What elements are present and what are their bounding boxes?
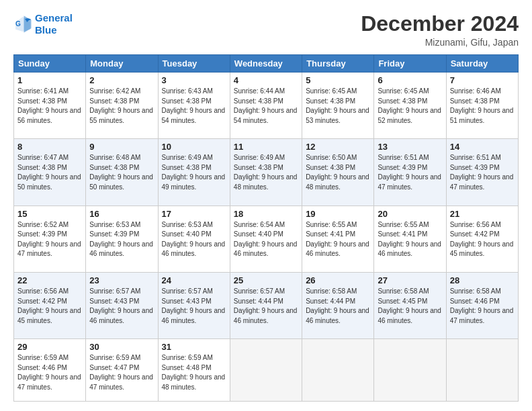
calendar-day-cell: 6Sunrise: 6:45 AMSunset: 4:38 PMDaylight…: [374, 73, 446, 139]
day-info: Sunrise: 6:41 AMSunset: 4:38 PMDaylight:…: [17, 87, 82, 126]
day-number: 10: [162, 142, 226, 152]
calendar-day-cell: [230, 339, 302, 402]
day-info: Sunrise: 6:55 AMSunset: 4:41 PMDaylight:…: [306, 220, 370, 259]
day-number: 14: [450, 142, 515, 152]
day-info: Sunrise: 6:54 AMSunset: 4:40 PMDaylight:…: [234, 220, 298, 259]
day-number: 3: [162, 75, 226, 85]
day-info: Sunrise: 6:55 AMSunset: 4:41 PMDaylight:…: [378, 220, 442, 259]
day-info: Sunrise: 6:44 AMSunset: 4:38 PMDaylight:…: [234, 87, 298, 126]
day-number: 5: [306, 75, 370, 85]
month-title: December 2024: [361, 12, 519, 36]
calendar-day-cell: 18Sunrise: 6:54 AMSunset: 4:40 PMDayligh…: [230, 205, 302, 272]
day-info: Sunrise: 6:58 AMSunset: 4:46 PMDaylight:…: [450, 287, 515, 326]
calendar-day-cell: 2Sunrise: 6:42 AMSunset: 4:38 PMDaylight…: [86, 73, 158, 139]
day-info: Sunrise: 6:56 AMSunset: 4:42 PMDaylight:…: [17, 287, 82, 326]
calendar-day-cell: 5Sunrise: 6:45 AMSunset: 4:38 PMDaylight…: [302, 73, 374, 139]
day-number: 30: [89, 342, 154, 352]
day-number: 13: [378, 142, 442, 152]
calendar-day-cell: 4Sunrise: 6:44 AMSunset: 4:38 PMDaylight…: [230, 73, 302, 139]
day-number: 28: [450, 275, 515, 285]
day-number: 21: [450, 209, 515, 219]
day-info: Sunrise: 6:46 AMSunset: 4:38 PMDaylight:…: [450, 87, 515, 126]
day-info: Sunrise: 6:57 AMSunset: 4:43 PMDaylight:…: [89, 287, 154, 326]
svg-text:G: G: [15, 20, 21, 28]
day-info: Sunrise: 6:56 AMSunset: 4:42 PMDaylight:…: [450, 220, 515, 259]
calendar-header-row: SundayMondayTuesdayWednesdayThursdayFrid…: [14, 55, 519, 73]
calendar-day-cell: [302, 339, 374, 402]
day-info: Sunrise: 6:49 AMSunset: 4:38 PMDaylight:…: [162, 153, 226, 192]
day-info: Sunrise: 6:59 AMSunset: 4:48 PMDaylight:…: [162, 353, 226, 392]
calendar-day-cell: 23Sunrise: 6:57 AMSunset: 4:43 PMDayligh…: [86, 273, 158, 339]
logo: G General Blue: [13, 12, 73, 36]
day-info: Sunrise: 6:49 AMSunset: 4:38 PMDaylight:…: [234, 153, 298, 192]
calendar-day-cell: 9Sunrise: 6:48 AMSunset: 4:38 PMDaylight…: [86, 139, 158, 205]
day-info: Sunrise: 6:57 AMSunset: 4:44 PMDaylight:…: [234, 287, 298, 326]
weekday-header-saturday: Saturday: [446, 55, 518, 73]
day-info: Sunrise: 6:59 AMSunset: 4:46 PMDaylight:…: [17, 353, 82, 392]
day-number: 19: [306, 209, 370, 219]
day-number: 16: [89, 209, 154, 219]
day-number: 11: [234, 142, 298, 152]
day-number: 12: [306, 142, 370, 152]
logo-icon: G: [13, 15, 32, 34]
calendar-day-cell: 20Sunrise: 6:55 AMSunset: 4:41 PMDayligh…: [374, 205, 446, 272]
day-info: Sunrise: 6:50 AMSunset: 4:38 PMDaylight:…: [306, 153, 370, 192]
calendar-day-cell: 31Sunrise: 6:59 AMSunset: 4:48 PMDayligh…: [158, 339, 230, 402]
calendar-day-cell: 14Sunrise: 6:51 AMSunset: 4:39 PMDayligh…: [446, 139, 518, 205]
day-number: 4: [234, 75, 298, 85]
calendar-day-cell: [446, 339, 518, 402]
calendar-week-row: 22Sunrise: 6:56 AMSunset: 4:42 PMDayligh…: [14, 273, 519, 339]
calendar-day-cell: 13Sunrise: 6:51 AMSunset: 4:39 PMDayligh…: [374, 139, 446, 205]
day-number: 24: [162, 275, 226, 285]
calendar-day-cell: 8Sunrise: 6:47 AMSunset: 4:38 PMDaylight…: [14, 139, 86, 205]
calendar-day-cell: 17Sunrise: 6:53 AMSunset: 4:40 PMDayligh…: [158, 205, 230, 272]
day-number: 25: [234, 275, 298, 285]
weekday-header-sunday: Sunday: [14, 55, 86, 73]
weekday-header-tuesday: Tuesday: [158, 55, 230, 73]
calendar-day-cell: [374, 339, 446, 402]
calendar-day-cell: 11Sunrise: 6:49 AMSunset: 4:38 PMDayligh…: [230, 139, 302, 205]
calendar-week-row: 15Sunrise: 6:52 AMSunset: 4:39 PMDayligh…: [14, 205, 519, 272]
day-info: Sunrise: 6:52 AMSunset: 4:39 PMDaylight:…: [17, 220, 82, 259]
day-number: 26: [306, 275, 370, 285]
day-number: 6: [378, 75, 442, 85]
header: G General Blue December 2024 Mizunami, G…: [13, 12, 519, 48]
calendar-day-cell: 21Sunrise: 6:56 AMSunset: 4:42 PMDayligh…: [446, 205, 518, 272]
day-number: 18: [234, 209, 298, 219]
calendar-day-cell: 30Sunrise: 6:59 AMSunset: 4:47 PMDayligh…: [86, 339, 158, 402]
calendar-day-cell: 10Sunrise: 6:49 AMSunset: 4:38 PMDayligh…: [158, 139, 230, 205]
logo-line2: Blue: [35, 24, 57, 36]
calendar-day-cell: 1Sunrise: 6:41 AMSunset: 4:38 PMDaylight…: [14, 73, 86, 139]
location: Mizunami, Gifu, Japan: [361, 37, 519, 48]
calendar-week-row: 1Sunrise: 6:41 AMSunset: 4:38 PMDaylight…: [14, 73, 519, 139]
day-info: Sunrise: 6:58 AMSunset: 4:44 PMDaylight:…: [306, 287, 370, 326]
calendar-day-cell: 19Sunrise: 6:55 AMSunset: 4:41 PMDayligh…: [302, 205, 374, 272]
calendar-week-row: 8Sunrise: 6:47 AMSunset: 4:38 PMDaylight…: [14, 139, 519, 205]
day-info: Sunrise: 6:53 AMSunset: 4:39 PMDaylight:…: [89, 220, 154, 259]
day-info: Sunrise: 6:51 AMSunset: 4:39 PMDaylight:…: [450, 153, 515, 192]
day-info: Sunrise: 6:53 AMSunset: 4:40 PMDaylight:…: [162, 220, 226, 259]
day-number: 27: [378, 275, 442, 285]
weekday-header-monday: Monday: [86, 55, 158, 73]
day-number: 23: [89, 275, 154, 285]
day-info: Sunrise: 6:58 AMSunset: 4:45 PMDaylight:…: [378, 287, 442, 326]
calendar-day-cell: 24Sunrise: 6:57 AMSunset: 4:43 PMDayligh…: [158, 273, 230, 339]
page: G General Blue December 2024 Mizunami, G…: [0, 0, 532, 411]
day-info: Sunrise: 6:59 AMSunset: 4:47 PMDaylight:…: [89, 353, 154, 392]
calendar-day-cell: 22Sunrise: 6:56 AMSunset: 4:42 PMDayligh…: [14, 273, 86, 339]
day-info: Sunrise: 6:45 AMSunset: 4:38 PMDaylight:…: [306, 87, 370, 126]
day-number: 2: [89, 75, 154, 85]
calendar-day-cell: 25Sunrise: 6:57 AMSunset: 4:44 PMDayligh…: [230, 273, 302, 339]
day-number: 20: [378, 209, 442, 219]
day-number: 29: [17, 342, 82, 352]
day-number: 7: [450, 75, 515, 85]
logo-text: General Blue: [35, 12, 73, 36]
calendar-day-cell: 26Sunrise: 6:58 AMSunset: 4:44 PMDayligh…: [302, 273, 374, 339]
calendar-day-cell: 27Sunrise: 6:58 AMSunset: 4:45 PMDayligh…: [374, 273, 446, 339]
day-number: 1: [17, 75, 82, 85]
calendar-day-cell: 3Sunrise: 6:43 AMSunset: 4:38 PMDaylight…: [158, 73, 230, 139]
day-number: 8: [17, 142, 82, 152]
day-info: Sunrise: 6:45 AMSunset: 4:38 PMDaylight:…: [378, 87, 442, 126]
calendar-day-cell: 15Sunrise: 6:52 AMSunset: 4:39 PMDayligh…: [14, 205, 86, 272]
calendar-table: SundayMondayTuesdayWednesdayThursdayFrid…: [13, 54, 519, 402]
